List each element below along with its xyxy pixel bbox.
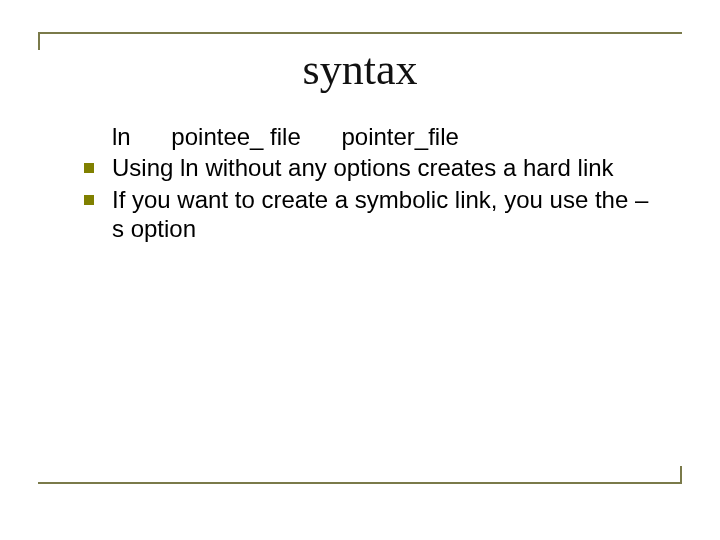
bottom-divider: [38, 482, 682, 484]
bottom-divider-tick: [680, 466, 682, 484]
bullet-list: Using ln without any options creates a h…: [70, 153, 650, 243]
slide-title: syntax: [0, 44, 720, 95]
top-divider: [38, 32, 682, 34]
list-item: Using ln without any options creates a h…: [70, 153, 650, 182]
syntax-command: ln: [112, 122, 131, 151]
list-item-text: Using ln without any options creates a h…: [112, 154, 614, 181]
syntax-arg-1: pointee_ file: [171, 122, 300, 151]
slide: syntax ln pointee_ file pointer_file Usi…: [0, 0, 720, 540]
list-item-text: If you want to create a symbolic link, y…: [112, 186, 648, 242]
slide-body: ln pointee_ file pointer_file Using ln w…: [70, 122, 650, 245]
syntax-line: ln pointee_ file pointer_file: [112, 122, 650, 151]
syntax-arg-2: pointer_file: [341, 122, 458, 151]
list-item: If you want to create a symbolic link, y…: [70, 185, 650, 244]
